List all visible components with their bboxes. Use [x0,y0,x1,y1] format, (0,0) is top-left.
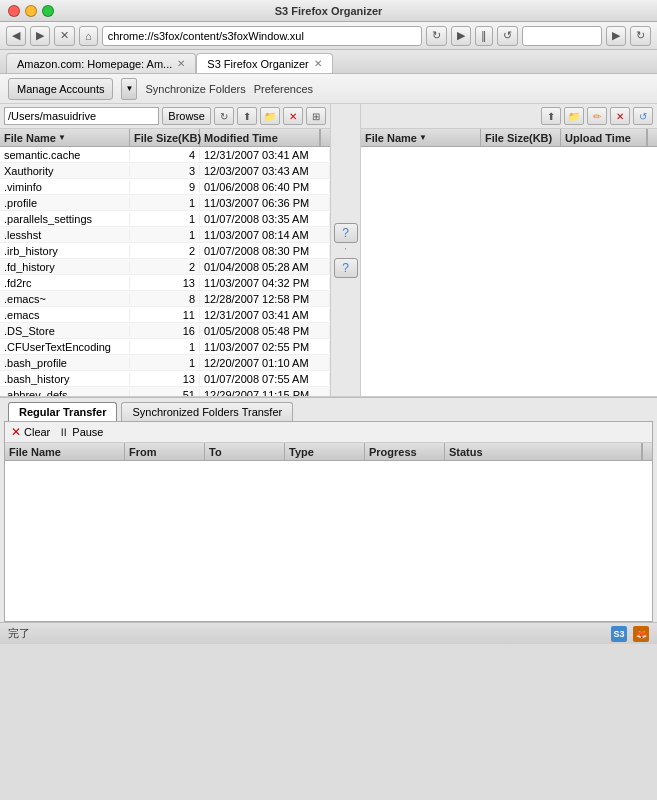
file-modified: 01/05/2008 05:48 PM [200,325,330,337]
back-button[interactable]: ◀ [6,26,26,46]
status-text: 完了 [8,626,30,641]
list-item[interactable]: .fd2rc1311/03/2007 04:32 PM [0,275,330,291]
list-item[interactable]: .DS_Store1601/05/2008 05:48 PM [0,323,330,339]
left-file-list[interactable]: semantic.cache412/31/2007 03:41 AMXautho… [0,147,330,396]
tab-s3fox-close[interactable]: ✕ [314,58,322,69]
file-modified: 01/04/2008 05:28 AM [200,261,330,273]
list-item[interactable]: .bash_history1301/07/2008 07:55 AM [0,371,330,387]
tab-regular-transfer[interactable]: Regular Transfer [8,402,117,421]
tab-s3fox[interactable]: S3 Firefox Organizer ✕ [196,53,332,73]
tab-synchronized-transfer[interactable]: Synchronized Folders Transfer [121,402,293,421]
file-size: 1 [130,213,200,225]
right-icon-2[interactable]: 📁 [564,107,584,125]
right-icon-3[interactable]: ✏ [587,107,607,125]
col-header-size[interactable]: File Size(KB) [130,129,200,146]
right-col-header-size[interactable]: File Size(KB) [481,129,561,146]
file-size: 51 [130,389,200,397]
arrow-right-button[interactable]: ? [334,223,358,243]
close-button[interactable] [8,5,20,17]
transfer-col-status[interactable]: Status [445,443,642,460]
file-modified: 01/07/2008 08:30 PM [200,245,330,257]
list-item[interactable]: .parallels_settings101/07/2008 03:35 AM [0,211,330,227]
reload-button[interactable]: ↻ [630,26,651,46]
list-item[interactable]: .lesshst111/03/2007 08:14 AM [0,227,330,243]
home-button[interactable]: ⌂ [79,26,98,46]
address-input[interactable] [102,26,422,46]
list-item[interactable]: semantic.cache412/31/2007 03:41 AM [0,147,330,163]
window-controls[interactable] [8,5,54,17]
synchronize-folders-link[interactable]: Synchronize Folders [145,83,245,95]
list-item[interactable]: .fd_history201/04/2008 05:28 AM [0,259,330,275]
file-name: Xauthority [4,165,54,177]
col-header-name[interactable]: File Name ▼ [0,129,130,146]
arrow-left-button[interactable]: ? [334,258,358,278]
forward-button[interactable]: ▶ [30,26,50,46]
list-item[interactable]: .profile111/03/2007 06:36 PM [0,195,330,211]
stop-button[interactable]: ✕ [54,26,75,46]
refresh-left-button[interactable]: ↻ [426,26,447,46]
transfer-col-filename[interactable]: File Name [5,443,125,460]
file-panels: Browse ↻ ⬆ 📁 ✕ ⊞ File Name ▼ File Size(K… [0,104,657,397]
delete-left-icon[interactable]: ✕ [283,107,303,125]
right-icon-1[interactable]: ⬆ [541,107,561,125]
tab-s3fox-label: S3 Firefox Organizer [207,58,308,70]
file-modified: 12/28/2007 12:58 PM [200,293,330,305]
transfer-col-to[interactable]: To [205,443,285,460]
file-size: 1 [130,229,200,241]
refresh-right-button[interactable]: ↺ [497,26,518,46]
file-name: .viminfo [4,181,42,193]
list-item[interactable]: .abbrev_defs5112/29/2007 11:15 PM [0,387,330,396]
file-name: .parallels_settings [4,213,92,225]
list-item[interactable]: .bash_profile112/20/2007 01:10 AM [0,355,330,371]
tab-amazon[interactable]: Amazon.com: Homepage: Am... ✕ [6,53,196,73]
file-name: .CFUserTextEncoding [4,341,111,353]
left-path-input[interactable] [4,107,159,125]
file-name: .lesshst [4,229,41,241]
right-path-bar: ⬆ 📁 ✏ ✕ ↺ [361,104,657,129]
main-content: Browse ↻ ⬆ 📁 ✕ ⊞ File Name ▼ File Size(K… [0,104,657,622]
list-item[interactable]: .CFUserTextEncoding111/03/2007 02:55 PM [0,339,330,355]
file-name: .bash_history [4,373,69,385]
list-item[interactable]: .emacs1112/31/2007 03:41 AM [0,307,330,323]
transfer-col-type[interactable]: Type [285,443,365,460]
list-item[interactable]: .viminfo901/06/2008 06:40 PM [0,179,330,195]
refresh-left-icon[interactable]: ↻ [214,107,234,125]
play-button[interactable]: ▶ [451,26,471,46]
right-icon-5[interactable]: ↺ [633,107,653,125]
right-icon-4[interactable]: ✕ [610,107,630,125]
right-col-header-upload[interactable]: Upload Time [561,129,647,146]
transfer-col-progress[interactable]: Progress [365,443,445,460]
manage-accounts-button[interactable]: Manage Accounts [8,78,113,100]
list-item[interactable]: .irb_history201/07/2008 08:30 PM [0,243,330,259]
upload-icon[interactable]: ⬆ [237,107,257,125]
pause-button[interactable]: ⏸ Pause [58,426,103,438]
search-input[interactable] [522,26,602,46]
maximize-button[interactable] [42,5,54,17]
manage-accounts-dropdown[interactable]: ▼ [121,78,137,100]
col-header-modified[interactable]: Modified Time [200,129,320,146]
list-item[interactable]: .emacs~812/28/2007 12:58 PM [0,291,330,307]
transfer-col-from[interactable]: From [125,443,205,460]
file-name: .irb_history [4,245,58,257]
preferences-link[interactable]: Preferences [254,83,313,95]
left-column-headers: File Name ▼ File Size(KB) Modified Time [0,129,330,147]
file-size: 9 [130,181,200,193]
browse-button[interactable]: Browse [162,107,211,125]
right-file-list[interactable] [361,147,657,396]
transfer-tab-bar: Regular Transfer Synchronized Folders Tr… [0,398,657,421]
right-column-headers: File Name ▼ File Size(KB) Upload Time [361,129,657,147]
search-go-button[interactable]: ▶ [606,26,626,46]
file-modified: 11/03/2007 08:14 AM [200,229,330,241]
clear-button[interactable]: ✕ Clear [11,425,50,439]
right-col-header-name[interactable]: File Name ▼ [361,129,481,146]
tab-amazon-close[interactable]: ✕ [177,58,185,69]
new-folder-left-icon[interactable]: 📁 [260,107,280,125]
firefox-icon: 🦊 [633,626,649,642]
file-name: .fd_history [4,261,55,273]
minimize-button[interactable] [25,5,37,17]
left-path-bar: Browse ↻ ⬆ 📁 ✕ ⊞ [0,104,330,129]
list-item[interactable]: Xauthority312/03/2007 03:43 AM [0,163,330,179]
grid-left-icon[interactable]: ⊞ [306,107,326,125]
transfer-area: Regular Transfer Synchronized Folders Tr… [0,397,657,622]
pause-nav-button[interactable]: ‖ [475,26,493,46]
